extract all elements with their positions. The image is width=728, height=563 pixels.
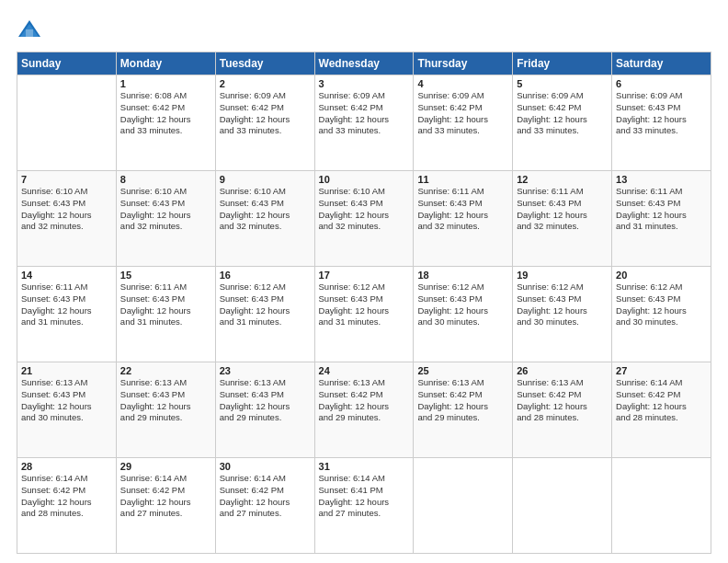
day-number: 2 — [220, 78, 311, 89]
calendar-cell: 30Sunrise: 6:14 AM Sunset: 6:42 PM Dayli… — [215, 458, 314, 554]
calendar-cell: 16Sunrise: 6:12 AM Sunset: 6:43 PM Dayli… — [215, 267, 314, 362]
day-number: 9 — [220, 174, 311, 185]
day-info: Sunrise: 6:14 AM Sunset: 6:41 PM Dayligh… — [319, 473, 410, 520]
calendar-cell: 31Sunrise: 6:14 AM Sunset: 6:41 PM Dayli… — [314, 458, 414, 554]
calendar-cell: 9Sunrise: 6:10 AM Sunset: 6:43 PM Daylig… — [215, 171, 314, 267]
day-info: Sunrise: 6:12 AM Sunset: 6:43 PM Dayligh… — [319, 282, 410, 328]
day-info: Sunrise: 6:12 AM Sunset: 6:43 PM Dayligh… — [417, 282, 508, 328]
calendar-cell: 28Sunrise: 6:14 AM Sunset: 6:42 PM Dayli… — [17, 458, 117, 554]
calendar-cell: 27Sunrise: 6:14 AM Sunset: 6:42 PM Dayli… — [612, 362, 711, 458]
calendar-cell: 23Sunrise: 6:13 AM Sunset: 6:43 PM Dayli… — [215, 362, 314, 458]
day-info: Sunrise: 6:09 AM Sunset: 6:42 PM Dayligh… — [220, 90, 311, 137]
day-info: Sunrise: 6:12 AM Sunset: 6:43 PM Dayligh… — [220, 282, 311, 328]
day-info: Sunrise: 6:09 AM Sunset: 6:42 PM Dayligh… — [319, 90, 410, 137]
day-info: Sunrise: 6:11 AM Sunset: 6:43 PM Dayligh… — [417, 186, 508, 233]
calendar-header-wednesday: Wednesday — [314, 52, 414, 75]
calendar-cell — [414, 458, 513, 554]
calendar-cell: 20Sunrise: 6:12 AM Sunset: 6:43 PM Dayli… — [612, 267, 711, 362]
day-info: Sunrise: 6:10 AM Sunset: 6:43 PM Dayligh… — [21, 186, 112, 233]
page: SundayMondayTuesdayWednesdayThursdayFrid… — [0, 0, 728, 563]
day-info: Sunrise: 6:08 AM Sunset: 6:42 PM Dayligh… — [120, 90, 211, 137]
day-info: Sunrise: 6:11 AM Sunset: 6:43 PM Dayligh… — [21, 282, 112, 328]
calendar-cell: 25Sunrise: 6:13 AM Sunset: 6:42 PM Dayli… — [414, 362, 513, 458]
calendar-header-sunday: Sunday — [17, 52, 117, 75]
day-number: 8 — [120, 174, 211, 185]
day-info: Sunrise: 6:13 AM Sunset: 6:43 PM Dayligh… — [120, 377, 211, 424]
day-number: 15 — [120, 270, 211, 281]
calendar-cell: 2Sunrise: 6:09 AM Sunset: 6:42 PM Daylig… — [215, 75, 314, 171]
calendar-week-2: 7Sunrise: 6:10 AM Sunset: 6:43 PM Daylig… — [17, 171, 711, 267]
day-info: Sunrise: 6:13 AM Sunset: 6:42 PM Dayligh… — [417, 377, 508, 424]
calendar-cell: 21Sunrise: 6:13 AM Sunset: 6:43 PM Dayli… — [17, 362, 117, 458]
header — [17, 17, 711, 42]
calendar-cell — [612, 458, 711, 554]
day-number: 7 — [21, 174, 112, 185]
day-number: 28 — [21, 461, 112, 472]
logo — [17, 17, 46, 42]
calendar-cell: 10Sunrise: 6:10 AM Sunset: 6:43 PM Dayli… — [314, 171, 414, 267]
calendar-week-1: 1Sunrise: 6:08 AM Sunset: 6:42 PM Daylig… — [17, 75, 711, 171]
day-number: 4 — [417, 78, 508, 89]
day-info: Sunrise: 6:09 AM Sunset: 6:42 PM Dayligh… — [517, 90, 608, 137]
day-number: 27 — [616, 365, 707, 376]
day-number: 3 — [319, 78, 410, 89]
calendar-cell: 3Sunrise: 6:09 AM Sunset: 6:42 PM Daylig… — [314, 75, 414, 171]
calendar-cell: 8Sunrise: 6:10 AM Sunset: 6:43 PM Daylig… — [116, 171, 215, 267]
day-number: 25 — [417, 365, 508, 376]
day-info: Sunrise: 6:14 AM Sunset: 6:42 PM Dayligh… — [616, 377, 707, 424]
calendar-header-monday: Monday — [116, 52, 215, 75]
calendar-header-tuesday: Tuesday — [215, 52, 314, 75]
calendar-cell: 12Sunrise: 6:11 AM Sunset: 6:43 PM Dayli… — [513, 171, 612, 267]
day-number: 24 — [319, 365, 410, 376]
calendar-cell — [513, 458, 612, 554]
day-info: Sunrise: 6:10 AM Sunset: 6:43 PM Dayligh… — [319, 186, 410, 233]
calendar-cell: 15Sunrise: 6:11 AM Sunset: 6:43 PM Dayli… — [116, 267, 215, 362]
day-info: Sunrise: 6:12 AM Sunset: 6:43 PM Dayligh… — [616, 282, 707, 328]
day-number: 23 — [220, 365, 311, 376]
day-info: Sunrise: 6:09 AM Sunset: 6:43 PM Dayligh… — [616, 90, 707, 137]
day-info: Sunrise: 6:11 AM Sunset: 6:43 PM Dayligh… — [120, 282, 211, 328]
day-number: 5 — [517, 78, 608, 89]
calendar-cell — [17, 75, 117, 171]
day-info: Sunrise: 6:10 AM Sunset: 6:43 PM Dayligh… — [120, 186, 211, 233]
calendar-cell: 7Sunrise: 6:10 AM Sunset: 6:43 PM Daylig… — [17, 171, 117, 267]
calendar-header-row: SundayMondayTuesdayWednesdayThursdayFrid… — [17, 52, 711, 75]
calendar-cell: 26Sunrise: 6:13 AM Sunset: 6:42 PM Dayli… — [513, 362, 612, 458]
calendar-cell: 17Sunrise: 6:12 AM Sunset: 6:43 PM Dayli… — [314, 267, 414, 362]
calendar-cell: 5Sunrise: 6:09 AM Sunset: 6:42 PM Daylig… — [513, 75, 612, 171]
calendar-cell: 18Sunrise: 6:12 AM Sunset: 6:43 PM Dayli… — [414, 267, 513, 362]
day-info: Sunrise: 6:12 AM Sunset: 6:43 PM Dayligh… — [517, 282, 608, 328]
day-info: Sunrise: 6:14 AM Sunset: 6:42 PM Dayligh… — [220, 473, 311, 520]
day-number: 20 — [616, 270, 707, 281]
calendar-header-thursday: Thursday — [414, 52, 513, 75]
logo-icon — [17, 17, 42, 42]
calendar-week-4: 21Sunrise: 6:13 AM Sunset: 6:43 PM Dayli… — [17, 362, 711, 458]
day-number: 18 — [417, 270, 508, 281]
day-number: 17 — [319, 270, 410, 281]
calendar-cell: 14Sunrise: 6:11 AM Sunset: 6:43 PM Dayli… — [17, 267, 117, 362]
svg-rect-2 — [26, 29, 33, 37]
day-number: 22 — [120, 365, 211, 376]
day-info: Sunrise: 6:11 AM Sunset: 6:43 PM Dayligh… — [517, 186, 608, 233]
day-number: 16 — [220, 270, 311, 281]
day-number: 13 — [616, 174, 707, 185]
calendar-cell: 1Sunrise: 6:08 AM Sunset: 6:42 PM Daylig… — [116, 75, 215, 171]
calendar-week-3: 14Sunrise: 6:11 AM Sunset: 6:43 PM Dayli… — [17, 267, 711, 362]
calendar-cell: 4Sunrise: 6:09 AM Sunset: 6:42 PM Daylig… — [414, 75, 513, 171]
day-number: 6 — [616, 78, 707, 89]
day-number: 1 — [120, 78, 211, 89]
day-info: Sunrise: 6:13 AM Sunset: 6:43 PM Dayligh… — [220, 377, 311, 424]
day-number: 26 — [517, 365, 608, 376]
calendar-table: SundayMondayTuesdayWednesdayThursdayFrid… — [17, 52, 711, 554]
day-info: Sunrise: 6:13 AM Sunset: 6:42 PM Dayligh… — [319, 377, 410, 424]
calendar-cell: 22Sunrise: 6:13 AM Sunset: 6:43 PM Dayli… — [116, 362, 215, 458]
day-info: Sunrise: 6:11 AM Sunset: 6:43 PM Dayligh… — [616, 186, 707, 233]
calendar-cell: 24Sunrise: 6:13 AM Sunset: 6:42 PM Dayli… — [314, 362, 414, 458]
day-info: Sunrise: 6:09 AM Sunset: 6:42 PM Dayligh… — [417, 90, 508, 137]
day-number: 31 — [319, 461, 410, 472]
day-number: 29 — [120, 461, 211, 472]
calendar-cell: 6Sunrise: 6:09 AM Sunset: 6:43 PM Daylig… — [612, 75, 711, 171]
day-info: Sunrise: 6:10 AM Sunset: 6:43 PM Dayligh… — [220, 186, 311, 233]
day-number: 30 — [220, 461, 311, 472]
calendar-header-saturday: Saturday — [612, 52, 711, 75]
